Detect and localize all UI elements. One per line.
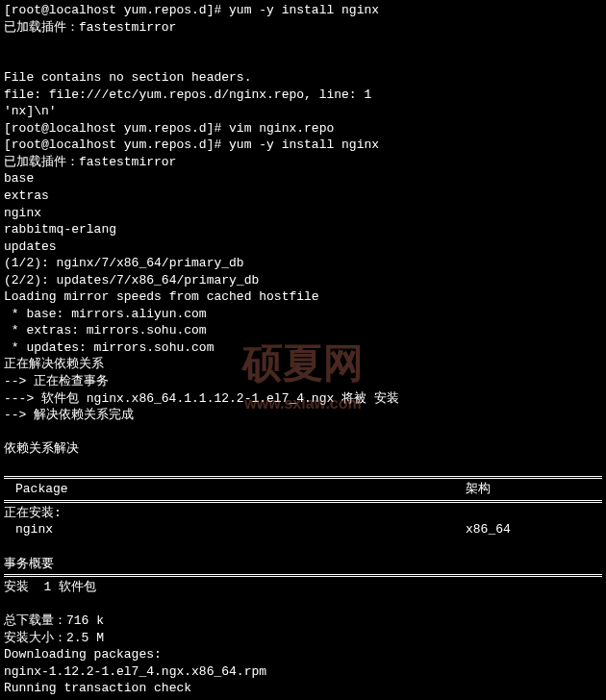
terminal-line: 总下载量：716 k: [4, 612, 602, 630]
terminal-line: [4, 424, 602, 441]
terminal-line: base: [4, 170, 602, 188]
separator-double: [4, 500, 602, 503]
command: yum -y install nginx: [229, 3, 379, 17]
terminal-line: 已加载插件：fastestmirror: [4, 19, 602, 37]
terminal-line: file: file:///etc/yum.repos.d/nginx.repo…: [4, 87, 602, 104]
table-row: nginx x86_64: [4, 521, 602, 538]
terminal-line: [4, 538, 602, 556]
terminal-line: 事务概要: [4, 556, 602, 573]
terminal-line: * updates: mirrors.sohu.com: [4, 339, 602, 357]
terminal-line: * base: mirrors.aliyun.com: [4, 306, 602, 323]
terminal-line: 安装大小：2.5 M: [4, 630, 602, 647]
command: yum -y install nginx: [229, 138, 379, 152]
terminal-line: 依赖关系解决: [4, 440, 602, 458]
pkg-name: nginx: [4, 521, 466, 538]
command: vim nginx.repo: [229, 121, 334, 136]
terminal-line: [root@localhost yum.repos.d]# yum -y ins…: [4, 137, 602, 154]
terminal-line: 安装 1 软件包: [4, 579, 602, 596]
terminal-line: 正在安装:: [4, 505, 602, 522]
separator-double: [4, 476, 602, 479]
header-package: Package: [4, 481, 466, 498]
table-header: Package 架构: [4, 481, 602, 498]
terminal-line: 'nx]\n': [4, 103, 602, 120]
terminal-line: Loading mirror speeds from cached hostfi…: [4, 288, 602, 306]
terminal-line: [4, 36, 602, 53]
terminal-line: nginx: [4, 205, 602, 222]
terminal-line: (2/2): updates/7/x86_64/primary_db: [4, 272, 602, 289]
terminal-line: Running transaction check: [4, 680, 602, 697]
terminal-line: rabbitmq-erlang: [4, 221, 602, 238]
header-arch: 架构: [466, 481, 562, 498]
terminal-line: --> 解决依赖关系完成: [4, 407, 602, 424]
terminal-line: (1/2): nginx/7/x86_64/primary_db: [4, 255, 602, 272]
terminal-line: [4, 53, 602, 70]
prompt: [root@localhost yum.repos.d]#: [4, 3, 229, 17]
terminal-line: [4, 458, 602, 475]
pkg-arch: x86_64: [466, 521, 562, 538]
prompt: [root@localhost yum.repos.d]#: [4, 121, 229, 136]
terminal-line: * extras: mirrors.sohu.com: [4, 322, 602, 339]
terminal-line: [4, 596, 602, 613]
terminal-line: extras: [4, 188, 602, 205]
terminal-line: updates: [4, 238, 602, 256]
terminal-line: [root@localhost yum.repos.d]# vim nginx.…: [4, 120, 602, 138]
prompt: [root@localhost yum.repos.d]#: [4, 138, 229, 152]
terminal-line: ---> 软件包 nginx.x86_64.1.1.12.2-1.el7_4.n…: [4, 390, 602, 408]
terminal-line: File contains no section headers.: [4, 69, 602, 87]
terminal-line: 已加载插件：fastestmirror: [4, 154, 602, 171]
terminal-line: [root@localhost yum.repos.d]# yum -y ins…: [4, 2, 602, 19]
terminal-line: nginx-1.12.2-1.el7_4.ngx.x86_64.rpm: [4, 663, 602, 681]
separator-double: [4, 574, 602, 577]
terminal-line: --> 正在检查事务: [4, 373, 602, 390]
terminal-line: Downloading packages:: [4, 646, 602, 663]
terminal-line: 正在解决依赖关系: [4, 356, 602, 373]
